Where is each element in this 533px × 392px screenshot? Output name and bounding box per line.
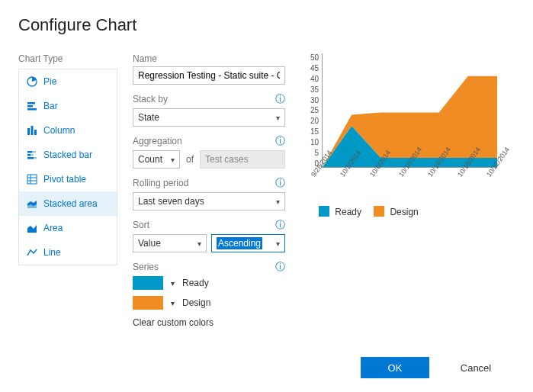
chart-legend: Ready Design: [319, 206, 515, 217]
aggregation-label: Aggregation: [133, 136, 182, 146]
series-name: Ready: [182, 278, 209, 288]
bar-icon: [27, 101, 37, 111]
color-swatch[interactable]: [133, 276, 163, 290]
y-axis-ticks: 50454035302520151050: [303, 53, 319, 168]
series-label: Series: [133, 262, 159, 272]
aggregation-value: Count: [138, 154, 162, 165]
svg-rect-12: [34, 157, 37, 159]
chevron-down-icon[interactable]: ▾: [171, 279, 175, 288]
name-label: Name: [133, 53, 157, 64]
y-tick: 35: [310, 85, 319, 94]
chevron-down-icon: ▾: [197, 239, 201, 248]
plot-area: [322, 53, 497, 168]
svg-rect-7: [27, 151, 32, 153]
aggregation-target-text: Test cases: [205, 154, 249, 165]
sort-field-select[interactable]: Value ▾: [133, 234, 207, 252]
chart-type-label-text: Stacked area: [43, 198, 98, 209]
clear-colors-link[interactable]: Clear custom colors: [133, 317, 214, 328]
chart-type-column[interactable]: Column: [19, 118, 117, 143]
legend-swatch: [319, 206, 329, 217]
legend-item-design: Design: [374, 206, 419, 217]
chart-type-label-text: Pivot table: [43, 174, 86, 185]
rolling-label: Rolling period: [133, 178, 188, 188]
chart-type-label-text: Bar: [43, 101, 58, 111]
svg-rect-4: [27, 128, 30, 135]
svg-rect-3: [27, 108, 37, 111]
dialog-title: Configure Chart: [18, 15, 515, 35]
series-item-ready: ▾ Ready: [133, 276, 285, 290]
chart-preview: 50454035302520151050 9/28/201410/2/20141…: [303, 53, 502, 198]
color-swatch[interactable]: [133, 296, 163, 310]
chart-type-line[interactable]: Line: [19, 240, 117, 265]
rolling-select[interactable]: Last seven days ▾: [133, 192, 285, 210]
sort-label: Sort: [133, 220, 149, 230]
aggregation-target: Test cases: [200, 150, 285, 169]
info-icon[interactable]: ⓘ: [275, 260, 285, 274]
rolling-value: Last seven days: [138, 196, 204, 207]
series-name: Design: [182, 297, 210, 308]
chart-type-area[interactable]: Area: [19, 216, 117, 240]
name-input[interactable]: [133, 66, 285, 85]
svg-rect-2: [27, 105, 33, 108]
stackby-value: State: [138, 112, 159, 123]
aggregation-select[interactable]: Count ▾: [133, 150, 180, 169]
svg-rect-13: [27, 175, 37, 184]
chevron-down-icon: ▾: [276, 239, 280, 248]
y-tick: 30: [310, 96, 319, 104]
legend-item-ready: Ready: [319, 206, 361, 217]
svg-rect-8: [32, 151, 36, 153]
chevron-down-icon: ▾: [171, 156, 175, 164]
chevron-down-icon: ▾: [276, 114, 280, 122]
svg-rect-9: [27, 154, 31, 156]
stacked-bar-icon: [27, 149, 37, 160]
y-tick: 50: [310, 53, 319, 62]
column-icon: [27, 125, 37, 136]
chart-type-list: Pie Bar Column: [18, 69, 117, 265]
stackby-label: Stack by: [133, 94, 168, 104]
y-tick: 25: [310, 106, 319, 114]
sort-field-value: Value: [138, 238, 161, 249]
svg-rect-11: [27, 157, 34, 159]
sort-direction-select[interactable]: Ascending ▾: [211, 234, 285, 252]
info-icon[interactable]: ⓘ: [275, 218, 285, 232]
ok-button[interactable]: OK: [361, 357, 429, 378]
chart-type-stacked-area[interactable]: Stacked area: [19, 191, 117, 216]
y-tick: 20: [310, 117, 319, 125]
chart-type-label-text: Area: [43, 223, 63, 233]
svg-rect-10: [31, 154, 34, 156]
aggregation-of: of: [185, 154, 195, 165]
svg-rect-5: [31, 126, 34, 135]
chart-type-pie[interactable]: Pie: [19, 69, 117, 94]
svg-rect-1: [27, 102, 35, 104]
chart-type-label-text: Pie: [43, 76, 56, 87]
info-icon[interactable]: ⓘ: [275, 134, 285, 148]
chart-type-label: Chart Type: [18, 53, 117, 64]
info-icon[interactable]: ⓘ: [275, 92, 285, 106]
chart-type-stacked-bar[interactable]: Stacked bar: [19, 143, 117, 167]
chart-type-label-text: Column: [43, 125, 75, 136]
stackby-select[interactable]: State ▾: [133, 108, 285, 127]
stacked-area-icon: [27, 198, 37, 209]
chevron-down-icon: ▾: [276, 198, 280, 206]
legend-label: Ready: [335, 207, 361, 217]
legend-label: Design: [390, 207, 418, 217]
y-tick: 40: [310, 75, 319, 83]
series-item-design: ▾ Design: [133, 296, 285, 310]
chart-type-label-text: Stacked bar: [43, 149, 92, 160]
chart-type-pivot-table[interactable]: Pivot table: [19, 167, 117, 191]
chevron-down-icon[interactable]: ▾: [171, 299, 175, 307]
y-tick: 45: [310, 64, 319, 72]
info-icon[interactable]: ⓘ: [275, 176, 285, 190]
line-icon: [27, 247, 37, 258]
y-tick: 5: [314, 149, 319, 157]
chart-type-label-text: Line: [43, 247, 61, 258]
chart-type-bar[interactable]: Bar: [19, 94, 117, 118]
svg-rect-6: [34, 130, 37, 135]
y-tick: 10: [310, 138, 319, 146]
legend-swatch: [374, 206, 384, 217]
pie-icon: [27, 76, 37, 87]
pivot-table-icon: [27, 174, 37, 185]
cancel-button[interactable]: Cancel: [441, 357, 510, 378]
y-tick: 15: [310, 127, 319, 136]
x-axis-ticks: 9/28/201410/2/201410/6/201410/10/201410/…: [322, 169, 497, 197]
